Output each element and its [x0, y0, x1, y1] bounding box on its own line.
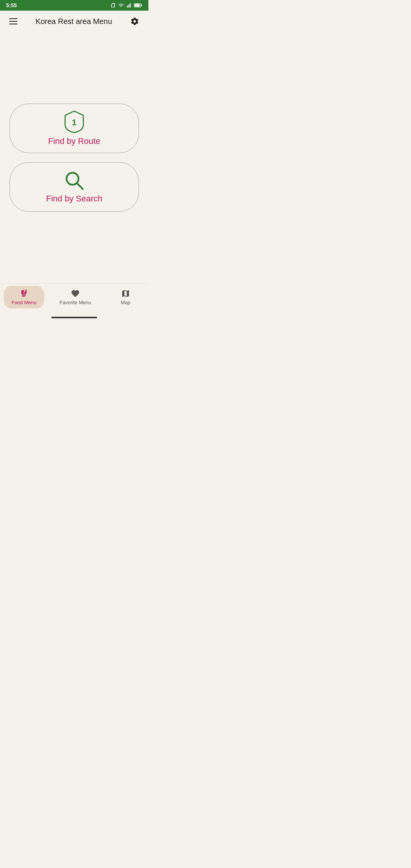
map-label: Map [121, 300, 130, 305]
hamburger-icon [9, 18, 18, 24]
map-icon [121, 289, 130, 298]
bottom-nav: Food Menu Favorite Menu Map [0, 283, 148, 314]
find-by-route-button[interactable]: 1 Find by Route [10, 104, 139, 153]
wifi-icon [118, 3, 124, 8]
heart-icon [71, 289, 80, 298]
home-indicator [0, 314, 148, 321]
svg-rect-1 [128, 5, 129, 8]
food-menu-label: Food Menu [11, 300, 37, 305]
find-by-search-button[interactable]: Find by Search [10, 162, 139, 212]
app-title: Korea Rest area Menu [21, 17, 127, 26]
battery-icon [134, 3, 142, 8]
favorite-menu-label: Favorite Menu [59, 300, 91, 305]
svg-rect-0 [127, 6, 127, 8]
find-by-route-label: Find by Route [48, 136, 100, 146]
status-bar: 5:55 [0, 0, 148, 11]
nav-item-favorite-menu[interactable]: Favorite Menu [52, 286, 99, 308]
app-bar: Korea Rest area Menu [0, 11, 148, 32]
nav-item-food-menu[interactable]: Food Menu [4, 286, 44, 308]
find-by-search-label: Find by Search [46, 194, 102, 204]
home-bar [51, 317, 97, 318]
svg-line-9 [77, 183, 83, 189]
settings-button[interactable] [127, 14, 142, 29]
svg-text:1: 1 [72, 118, 76, 127]
route-shield-icon: 1 [63, 110, 86, 133]
svg-rect-5 [134, 4, 140, 6]
nav-item-map[interactable]: Map [107, 286, 145, 308]
svg-rect-2 [129, 4, 130, 8]
signal-icon [126, 3, 132, 8]
sim-icon [110, 3, 116, 8]
search-icon [64, 170, 84, 191]
status-time: 5:55 [6, 2, 17, 8]
svg-rect-3 [130, 3, 131, 8]
status-icons [110, 3, 142, 8]
utensils-icon [19, 289, 29, 298]
svg-rect-6 [141, 5, 142, 6]
settings-icon [130, 17, 139, 26]
menu-button[interactable] [6, 15, 21, 27]
main-content: 1 Find by Route Find by Search [0, 32, 148, 283]
